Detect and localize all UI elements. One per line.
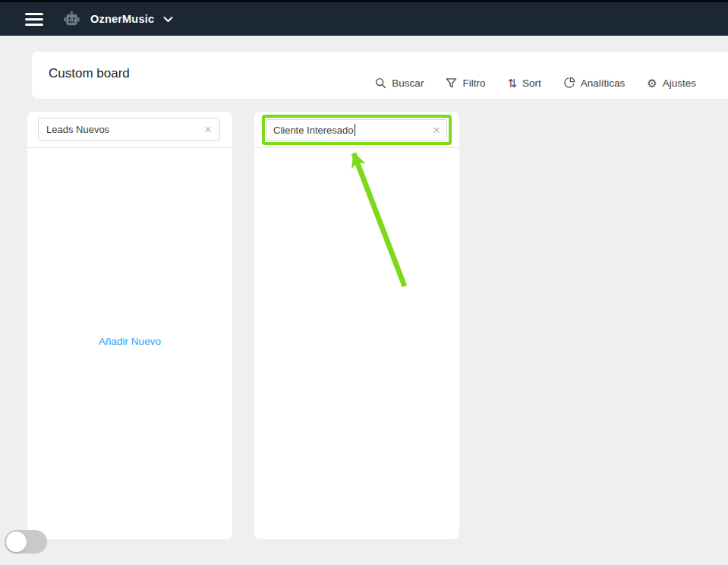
close-icon[interactable]: × [204, 123, 212, 136]
analytics-icon [563, 77, 575, 89]
toolbar: Buscar Filtro ⇅ Sort Analíticas ⚙ Ajuste… [375, 77, 696, 89]
close-icon[interactable]: × [433, 124, 440, 137]
page-title: Custom board [49, 66, 130, 81]
kanban-column-cliente-interesado: Cliente Interesado × [254, 112, 459, 539]
sort-icon: ⇅ [507, 77, 517, 89]
sort-label: Sort [522, 77, 541, 89]
column-header: Leads Nuevos × [27, 112, 232, 148]
settings-button[interactable]: ⚙ Ajustes [647, 77, 696, 89]
bottom-toggle-switch[interactable] [5, 530, 47, 554]
sort-button[interactable]: ⇅ Sort [507, 77, 540, 89]
top-navbar: OznerMusic [0, 0, 728, 36]
chevron-down-icon[interactable] [163, 16, 173, 23]
column-name-text: Leads Nuevos [46, 124, 109, 135]
search-button[interactable]: Buscar [375, 77, 424, 89]
column-name-text: Cliente Interesado [273, 125, 354, 136]
settings-icon: ⚙ [647, 77, 657, 89]
column-name-input[interactable]: Leads Nuevos × [38, 118, 220, 141]
kanban-column-leads-nuevos: Leads Nuevos × Añadir Nuevo [27, 112, 232, 539]
filter-button[interactable]: Filtro [446, 77, 485, 89]
column-header: Cliente Interesado × [254, 112, 459, 148]
robot-avatar-icon [62, 10, 80, 28]
hamburger-menu-icon[interactable] [25, 13, 43, 26]
board-header: Custom board Buscar Filtro ⇅ Sort Analít… [32, 52, 728, 99]
filter-icon [446, 77, 457, 89]
analytics-label: Analíticas [581, 77, 626, 89]
analytics-button[interactable]: Analíticas [563, 77, 626, 89]
text-caret [355, 124, 355, 136]
account-name[interactable]: OznerMusic [90, 13, 154, 25]
settings-label: Ajustes [663, 77, 696, 89]
column-name-input[interactable]: Cliente Interesado × [266, 119, 447, 140]
add-new-link[interactable]: Añadir Nuevo [27, 336, 232, 347]
annotation-highlight-box: Cliente Interesado × [262, 115, 452, 145]
search-label: Buscar [392, 77, 424, 89]
filter-label: Filtro [462, 77, 485, 89]
search-icon [375, 77, 386, 89]
toggle-knob [6, 532, 27, 552]
